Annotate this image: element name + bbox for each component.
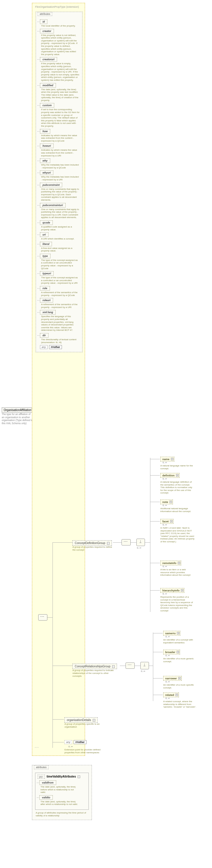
collapse-icon[interactable]: − — [112, 665, 115, 668]
attr-row: pubconstraintOne or many constraints tha… — [40, 183, 80, 202]
attr-creatoruri: creatoruri — [40, 57, 57, 62]
attr-xml-lang: xml:lang — [40, 310, 56, 314]
attr-row: validto The date (and, optionally, the t… — [39, 795, 86, 806]
attr-desc: Why the metadata has been included - exp… — [41, 176, 80, 181]
any-attribute-row: any ##other — [40, 345, 80, 349]
attr-row: qcodeA qualified code assigned as a prop… — [40, 220, 80, 231]
element-sameAs: sameAs+ — [163, 631, 180, 636]
attr-row: modifiedThe date (and, optionally, the t… — [40, 83, 80, 102]
attr-row: dirThe directionality of textual content… — [40, 333, 80, 344]
any-attr-ns: ##other — [49, 345, 62, 349]
attr-validfrom-desc: The date (and, optionally, the time) bef… — [40, 785, 79, 794]
attr-row: whyuriWhy the metadata has been included… — [40, 170, 80, 181]
attr-row: typeThe type of the concept assigned as … — [40, 254, 80, 270]
od-label: organisationDetails — [67, 718, 91, 721]
element-desc: A natural language definition of the sem… — [160, 480, 194, 494]
attr-row: idThe local identifier of the property. — [40, 20, 80, 27]
attr-row: creatoruriIf the property value is empty… — [40, 57, 80, 81]
cardinality: 0..∞ — [163, 477, 167, 480]
sequence-compositor-cdg — [122, 539, 131, 546]
attr-row: creatorIf the property value is not defi… — [40, 29, 80, 56]
attr-desc: Specifies the language of this property … — [41, 315, 80, 332]
attr-why: why — [40, 158, 50, 163]
attr-row: uriA URI which identifies a concept. — [40, 232, 80, 240]
extension-container: FlexOrganisationPropType (extension) att… — [32, 3, 85, 756]
attr-desc: The local identifier of the property. — [41, 25, 80, 27]
tva-container: attributes grp: timeValidityAttributes −… — [32, 765, 92, 820]
attributes-header: attributes — [38, 12, 52, 16]
any-attr-label: any — [40, 345, 48, 349]
expand-icon[interactable]: + — [176, 693, 178, 696]
element-broader: broader+ — [163, 650, 180, 654]
collapse-icon[interactable]: − — [78, 776, 80, 778]
attr-desc: A URI which identifies a concept. — [41, 238, 80, 240]
choice-card-cdg: 0..∞ — [137, 547, 141, 549]
od-desc: A group of properties specific to an org… — [64, 723, 107, 728]
attr-desc: If the property value is not defined, sp… — [41, 34, 80, 56]
attr-row: xml:langSpecifies the language of this p… — [40, 310, 80, 332]
attr-custom: custom — [40, 103, 54, 107]
cardinality: 0..∞ — [165, 680, 170, 683]
attr-roleuri: roleuri — [40, 298, 53, 303]
choice-compositor-cdg — [137, 538, 145, 546]
expand-icon[interactable]: + — [178, 562, 180, 564]
attr-modified: modified — [40, 83, 56, 88]
expand-icon[interactable]: + — [170, 501, 172, 503]
any-element-ns: ##other — [73, 740, 87, 744]
attr-literal: literal — [40, 242, 52, 246]
element-name: name+ — [160, 457, 174, 462]
sequence-compositor-crg — [125, 662, 135, 669]
attr-row: roleA refinement of the semantics of the… — [40, 286, 80, 297]
attr-desc: One or many constraints that apply to pu… — [41, 188, 80, 202]
attr-uri: uri — [40, 232, 49, 237]
cardinality: 0..∞ — [163, 593, 167, 595]
crg-label: ConceptRelationshipsGroup — [75, 665, 111, 668]
attr-row: howuriIndicates by which means the value… — [40, 144, 80, 157]
attr-desc: The date (and, optionally, the time) whe… — [41, 88, 80, 102]
attr-row: typeuriThe type of the concept assigned … — [40, 271, 80, 285]
attr-how: how — [40, 129, 50, 133]
attr-type: type — [40, 254, 51, 258]
element-desc: Additional natural language information … — [160, 507, 194, 513]
attr-row: customIf set to true the corresponding p… — [40, 103, 80, 127]
attributes-header: attributes — [34, 765, 49, 769]
attr-id: id — [40, 20, 48, 24]
attr-desc: Indicates by which means the value was e… — [41, 134, 80, 143]
element-desc: An identifier of a more specific concept… — [163, 684, 198, 689]
expand-icon[interactable]: + — [177, 632, 179, 634]
attr-whyuri: whyuri — [40, 170, 53, 175]
attr-validfrom: validfrom — [39, 780, 56, 785]
expand-icon[interactable]: + — [171, 458, 174, 460]
expand-icon[interactable]: + — [181, 589, 183, 592]
expand-icon[interactable]: + — [178, 677, 181, 680]
expand-icon[interactable]: + — [176, 474, 179, 477]
attr-typeuri: typeuri — [40, 271, 54, 276]
concept-relationships-group: ConceptRelationshipsGroup − — [72, 663, 117, 669]
collapse-icon[interactable]: − — [107, 542, 110, 545]
attr-row: howIndicates by which means the value wa… — [40, 129, 80, 143]
cdg-desc: A group of properties required to define… — [72, 546, 115, 552]
attr-pubconstrainturi: pubconstrainturi — [40, 203, 66, 208]
element-definition: definition+ — [160, 473, 179, 478]
cardinality: 0..∞ — [165, 636, 170, 638]
expand-icon[interactable]: + — [93, 719, 95, 721]
attr-desc: If set to true the corresponding propert… — [41, 108, 80, 127]
element-desc: A related concept, where the relationshi… — [163, 700, 198, 708]
attr-creator: creator — [40, 29, 54, 33]
attr-desc: If the property value is empty, specifie… — [41, 62, 80, 81]
expand-icon[interactable]: + — [177, 651, 179, 653]
expand-icon[interactable]: + — [170, 520, 173, 523]
cardinality: 0..∞ — [163, 565, 167, 568]
attr-desc: A refinement of the semantics of the pro… — [41, 303, 80, 309]
grp-prefix: grp: — [38, 775, 45, 779]
element-facet: facet+ — [160, 519, 174, 524]
element-remoteInfo: remoteInfo+ — [160, 561, 181, 565]
attr-desc: The type of the concept assigned as a co… — [41, 259, 80, 270]
choice-card-crg: 0..∞ — [141, 670, 145, 673]
element-related: related+ — [163, 692, 179, 697]
attr-desc: A refinement of the semantics of the pro… — [41, 291, 80, 297]
tva-title: timeValidityAttributes — [47, 775, 76, 778]
attr-desc: A qualified code assigned as a property … — [41, 225, 80, 231]
crg-desc: A group of properties required to indica… — [72, 669, 115, 678]
root-type-desc: The type for an affliation of an organis… — [2, 413, 33, 425]
